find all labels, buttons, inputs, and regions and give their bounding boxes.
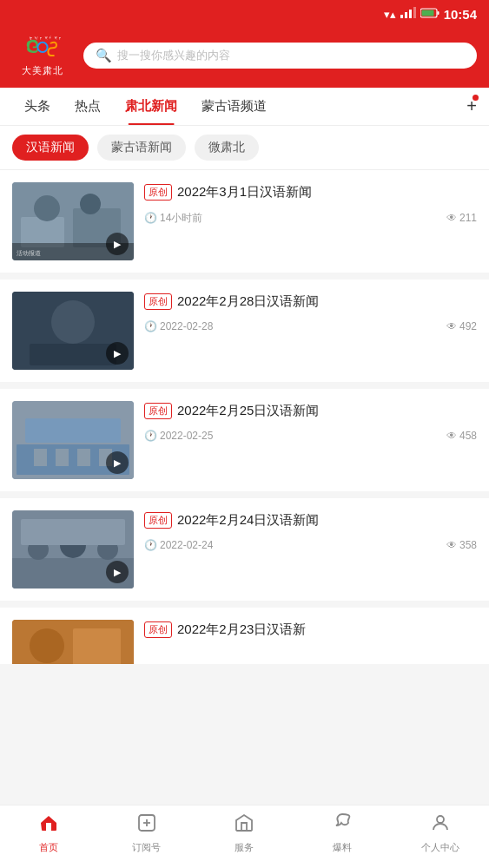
battery-icon <box>420 8 439 21</box>
svg-point-39 <box>437 816 444 823</box>
svg-rect-24 <box>56 449 69 466</box>
nav-label-home: 首页 <box>39 841 58 854</box>
svg-rect-3 <box>413 7 416 18</box>
list-item[interactable]: ▶ 原创 2022年2月28日汉语新闻 🕐 2022-02-28 👁 492 <box>0 279 489 382</box>
list-item[interactable]: ▶ 原创 2022年2月24日汉语新闻 🕐 2022-02-24 👁 358 <box>0 498 489 601</box>
news-title-3: 2022年2月25日汉语新闻 <box>177 401 319 421</box>
nav-item-service[interactable]: 服务 <box>218 812 270 854</box>
news-meta-4: 🕐 2022-02-24 👁 358 <box>144 539 477 551</box>
baoliao-icon <box>332 812 353 838</box>
nav-plus-dot <box>472 95 479 101</box>
clock-icon-3: 🕐 <box>144 430 157 442</box>
svg-rect-2 <box>409 10 412 18</box>
original-badge-4: 原创 <box>144 512 172 529</box>
news-list: 活动报道 ▶ 原创 2022年3月1日汉语新闻 🕐 14小时前 👁 211 <box>0 170 489 740</box>
play-button-4[interactable]: ▶ <box>106 561 129 583</box>
svg-rect-22 <box>25 418 121 443</box>
svg-point-9 <box>41 45 45 49</box>
subtab-weisub[interactable]: 微肃北 <box>195 135 259 161</box>
svg-point-14 <box>80 194 101 214</box>
tab-redian[interactable]: 热点 <box>63 88 113 125</box>
svg-rect-32 <box>21 519 125 545</box>
app-logo: ᠳᠠᠶᠢᠮᠢᠶᠠ <box>22 33 63 64</box>
nav-item-baoliao[interactable]: 爆料 <box>316 812 368 854</box>
svg-rect-1 <box>405 12 407 18</box>
news-title-2: 2022年2月28日汉语新闻 <box>177 292 319 312</box>
news-thumbnail-2: ▶ <box>12 292 134 370</box>
status-icons: ▾▴ 10:54 <box>384 7 477 22</box>
news-content-5: 原创 2022年2月23日汉语新 <box>144 620 477 640</box>
play-button-1[interactable]: ▶ <box>106 233 129 255</box>
nav-label-baoliao: 爆料 <box>333 841 352 854</box>
sub-tabs: 汉语新闻 蒙古语新闻 微肃北 <box>0 126 489 170</box>
signal-icon <box>400 7 416 21</box>
news-title-4: 2022年2月24日汉语新闻 <box>177 510 319 530</box>
news-thumbnail-5 <box>12 620 134 664</box>
nav-item-subscribe[interactable]: 订阅号 <box>121 812 173 854</box>
news-content-3: 原创 2022年2月25日汉语新闻 🕐 2022-02-25 👁 458 <box>144 401 477 442</box>
list-item[interactable]: 原创 2022年2月23日汉语新 <box>0 608 489 664</box>
svg-rect-23 <box>34 449 47 466</box>
news-thumbnail-1: 活动报道 ▶ <box>12 182 134 260</box>
subtab-chinese[interactable]: 汉语新闻 <box>12 135 89 161</box>
logo-text: 大美肃北 <box>22 64 63 77</box>
subscribe-icon <box>136 812 157 838</box>
eye-icon-3: 👁 <box>446 430 457 442</box>
news-thumbnail-3: ▶ <box>12 401 134 479</box>
service-icon <box>234 812 254 838</box>
news-content-1: 原创 2022年3月1日汉语新闻 🕐 14小时前 👁 211 <box>144 182 477 226</box>
news-views-2: 👁 492 <box>446 320 477 332</box>
search-icon: 🔍 <box>96 48 112 63</box>
svg-rect-11 <box>21 217 64 247</box>
eye-icon-2: 👁 <box>446 320 457 332</box>
tab-mongolian[interactable]: 蒙古语频道 <box>189 88 279 125</box>
play-button-2[interactable]: ▶ <box>106 342 129 365</box>
news-views-1: 👁 211 <box>446 212 477 224</box>
svg-rect-25 <box>77 449 90 466</box>
news-time-1: 🕐 14小时前 <box>144 211 202 226</box>
status-bar: ▾▴ 10:54 <box>0 0 489 28</box>
clock-icon-1: 🕐 <box>144 212 157 224</box>
svg-point-34 <box>30 628 64 663</box>
news-time-4: 🕐 2022-02-24 <box>144 539 213 551</box>
nav-item-profile[interactable]: 个人中心 <box>414 812 466 854</box>
home-icon <box>38 812 59 838</box>
original-badge-1: 原创 <box>144 184 172 201</box>
wifi-icon: ▾▴ <box>384 8 396 21</box>
news-meta-1: 🕐 14小时前 👁 211 <box>144 211 477 226</box>
news-title-5: 2022年2月23日汉语新 <box>177 620 306 640</box>
header: ᠳᠠᠶᠢᠮᠢᠶᠠ 大美肃北 🔍 搜一搜你感兴趣的内容 <box>0 28 489 88</box>
nav-label-profile: 个人中心 <box>421 841 459 854</box>
news-content-4: 原创 2022年2月24日汉语新闻 🕐 2022-02-24 👁 358 <box>144 510 477 551</box>
nav-plus-button[interactable]: + <box>466 96 477 116</box>
news-time-3: 🕐 2022-02-25 <box>144 430 213 442</box>
news-meta-2: 🕐 2022-02-28 👁 492 <box>144 320 477 332</box>
clock-icon-4: 🕐 <box>144 539 157 551</box>
nav-item-home[interactable]: 首页 <box>23 812 75 854</box>
news-thumbnail-4: ▶ <box>12 510 134 589</box>
list-item[interactable]: 活动报道 ▶ 原创 2022年3月1日汉语新闻 🕐 14小时前 👁 211 <box>0 170 489 273</box>
news-content-2: 原创 2022年2月28日汉语新闻 🕐 2022-02-28 👁 492 <box>144 292 477 332</box>
tab-toutiao[interactable]: 头条 <box>12 88 63 125</box>
svg-rect-0 <box>400 15 403 18</box>
search-placeholder: 搜一搜你感兴趣的内容 <box>117 48 230 63</box>
news-time-2: 🕐 2022-02-28 <box>144 320 213 332</box>
original-badge-2: 原创 <box>144 293 172 310</box>
logo-area: ᠳᠠᠶᠢᠮᠢᠶᠠ 大美肃北 <box>12 33 73 77</box>
tab-subeinews[interactable]: 肃北新闻 <box>113 88 189 125</box>
search-bar[interactable]: 🔍 搜一搜你感兴趣的内容 <box>83 43 477 69</box>
svg-rect-6 <box>421 10 433 16</box>
status-time: 10:54 <box>444 7 477 22</box>
news-title-1: 2022年3月1日汉语新闻 <box>177 182 312 202</box>
bottom-nav: 首页 订阅号 服务 爆料 个人中心 <box>0 805 489 868</box>
svg-point-13 <box>34 195 60 221</box>
clock-icon-2: 🕐 <box>144 320 157 332</box>
svg-rect-5 <box>437 11 439 15</box>
subtab-mongolian[interactable]: 蒙古语新闻 <box>97 135 186 161</box>
news-views-3: 👁 458 <box>446 430 477 442</box>
original-badge-5: 原创 <box>144 621 172 638</box>
play-button-3[interactable]: ▶ <box>106 451 129 474</box>
list-item[interactable]: ▶ 原创 2022年2月25日汉语新闻 🕐 2022-02-25 👁 458 <box>0 389 489 491</box>
news-meta-3: 🕐 2022-02-25 👁 458 <box>144 430 477 442</box>
nav-label-service: 服务 <box>235 841 254 854</box>
